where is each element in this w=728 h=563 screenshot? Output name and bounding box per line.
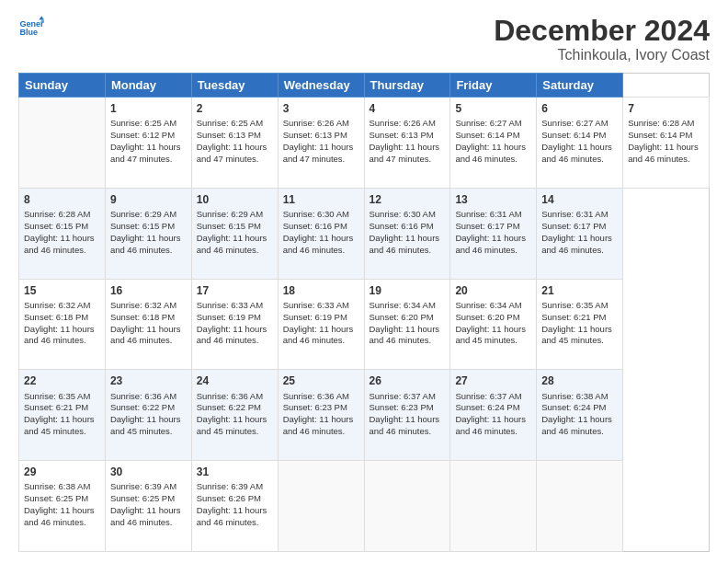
calendar-week-row: 8 Sunrise: 6:28 AM Sunset: 6:15 PM Dayli…: [19, 188, 710, 279]
calendar-cell: [537, 461, 623, 552]
sunset-label: Sunset: 6:23 PM: [370, 402, 434, 412]
calendar-day-header: Friday: [450, 74, 537, 98]
sunset-label: Sunset: 6:24 PM: [455, 402, 519, 412]
sunrise-label: Sunrise: 6:26 AM: [283, 118, 349, 128]
calendar-cell: 26 Sunrise: 6:37 AM Sunset: 6:23 PM Dayl…: [364, 370, 450, 461]
daylight-label: Daylight: 11 hours and 46 minutes.: [370, 414, 440, 436]
daylight-label: Daylight: 11 hours and 46 minutes.: [24, 505, 95, 527]
sunset-label: Sunset: 6:15 PM: [24, 221, 88, 231]
day-number: 20: [455, 283, 531, 298]
calendar-cell: 21 Sunrise: 6:35 AM Sunset: 6:21 PM Dayl…: [537, 279, 623, 370]
sunset-label: Sunset: 6:22 PM: [110, 402, 175, 412]
sunrise-label: Sunrise: 6:27 AM: [541, 118, 608, 128]
calendar-cell: 22 Sunrise: 6:35 AM Sunset: 6:21 PM Dayl…: [19, 370, 106, 461]
calendar-week-row: 15 Sunrise: 6:32 AM Sunset: 6:18 PM Dayl…: [19, 279, 710, 370]
day-number: 24: [197, 373, 273, 388]
calendar-day-header: Wednesday: [278, 74, 364, 98]
calendar-cell: 13 Sunrise: 6:31 AM Sunset: 6:17 PM Dayl…: [450, 188, 537, 279]
day-number: 11: [283, 192, 359, 207]
calendar-week-row: 29 Sunrise: 6:38 AM Sunset: 6:25 PM Dayl…: [19, 461, 710, 552]
svg-marker-2: [39, 16, 44, 19]
sunset-label: Sunset: 6:25 PM: [24, 493, 88, 503]
sunset-label: Sunset: 6:25 PM: [110, 493, 175, 503]
daylight-label: Daylight: 11 hours and 46 minutes.: [370, 233, 440, 255]
daylight-label: Daylight: 11 hours and 47 minutes.: [283, 142, 354, 164]
logo-icon: General Blue: [18, 15, 44, 40]
daylight-label: Daylight: 11 hours and 47 minutes.: [197, 142, 267, 164]
daylight-label: Daylight: 11 hours and 46 minutes.: [110, 233, 181, 255]
calendar-cell: 12 Sunrise: 6:30 AM Sunset: 6:16 PM Dayl…: [364, 188, 450, 279]
sunset-label: Sunset: 6:20 PM: [455, 312, 519, 322]
daylight-label: Daylight: 11 hours and 46 minutes.: [628, 142, 699, 164]
sunset-label: Sunset: 6:20 PM: [370, 312, 434, 322]
daylight-label: Daylight: 11 hours and 46 minutes.: [24, 324, 95, 346]
calendar-cell: 28 Sunrise: 6:38 AM Sunset: 6:24 PM Dayl…: [537, 370, 623, 461]
calendar-cell: 15 Sunrise: 6:32 AM Sunset: 6:18 PM Dayl…: [19, 279, 106, 370]
sunrise-label: Sunrise: 6:25 AM: [110, 118, 176, 128]
svg-text:Blue: Blue: [19, 28, 38, 37]
sunset-label: Sunset: 6:14 PM: [541, 130, 606, 140]
calendar-cell: 24 Sunrise: 6:36 AM Sunset: 6:22 PM Dayl…: [191, 370, 278, 461]
day-number: 17: [197, 283, 273, 298]
day-number: 18: [283, 283, 359, 298]
daylight-label: Daylight: 11 hours and 45 minutes.: [110, 414, 181, 436]
sunrise-label: Sunrise: 6:28 AM: [628, 118, 694, 128]
calendar-cell: 9 Sunrise: 6:29 AM Sunset: 6:15 PM Dayli…: [105, 188, 191, 279]
sunset-label: Sunset: 6:18 PM: [110, 312, 175, 322]
sunrise-label: Sunrise: 6:38 AM: [24, 481, 90, 491]
calendar-week-row: 1 Sunrise: 6:25 AM Sunset: 6:12 PM Dayli…: [19, 98, 710, 189]
day-number: 5: [455, 101, 531, 116]
sunrise-label: Sunrise: 6:31 AM: [541, 209, 608, 219]
sunset-label: Sunset: 6:16 PM: [283, 221, 347, 231]
calendar-day-header: Sunday: [19, 74, 106, 98]
calendar-cell: 11 Sunrise: 6:30 AM Sunset: 6:16 PM Dayl…: [278, 188, 364, 279]
calendar-day-header: Monday: [105, 74, 191, 98]
sunrise-label: Sunrise: 6:30 AM: [370, 209, 436, 219]
daylight-label: Daylight: 11 hours and 46 minutes.: [283, 233, 354, 255]
sunrise-label: Sunrise: 6:27 AM: [455, 118, 521, 128]
subtitle: Tchinkoula, Ivory Coast: [494, 47, 710, 63]
calendar-cell: 19 Sunrise: 6:34 AM Sunset: 6:20 PM Dayl…: [364, 279, 450, 370]
sunrise-label: Sunrise: 6:36 AM: [283, 391, 349, 401]
sunrise-label: Sunrise: 6:30 AM: [283, 209, 349, 219]
sunset-label: Sunset: 6:21 PM: [541, 312, 606, 322]
calendar-day-header: Thursday: [364, 74, 450, 98]
main-title: December 2024: [494, 15, 710, 47]
calendar-cell: [364, 461, 450, 552]
sunset-label: Sunset: 6:22 PM: [197, 402, 261, 412]
calendar-table: SundayMondayTuesdayWednesdayThursdayFrid…: [18, 73, 710, 552]
calendar-cell: 23 Sunrise: 6:36 AM Sunset: 6:22 PM Dayl…: [105, 370, 191, 461]
svg-text:General: General: [19, 19, 44, 29]
calendar-cell: 3 Sunrise: 6:26 AM Sunset: 6:13 PM Dayli…: [278, 98, 364, 189]
day-number: 29: [24, 465, 100, 479]
sunrise-label: Sunrise: 6:29 AM: [197, 209, 263, 219]
sunrise-label: Sunrise: 6:38 AM: [541, 391, 608, 401]
calendar-header-row: SundayMondayTuesdayWednesdayThursdayFrid…: [19, 74, 710, 98]
daylight-label: Daylight: 11 hours and 46 minutes.: [541, 233, 612, 255]
sunrise-label: Sunrise: 6:33 AM: [197, 300, 263, 310]
day-number: 27: [455, 373, 531, 388]
calendar-cell: 16 Sunrise: 6:32 AM Sunset: 6:18 PM Dayl…: [105, 279, 191, 370]
sunset-label: Sunset: 6:26 PM: [197, 493, 261, 503]
calendar-day-header: Saturday: [537, 74, 623, 98]
day-number: 2: [197, 101, 273, 116]
sunset-label: Sunset: 6:13 PM: [370, 130, 434, 140]
day-number: 28: [541, 373, 618, 388]
sunset-label: Sunset: 6:14 PM: [628, 130, 692, 140]
sunset-label: Sunset: 6:21 PM: [24, 402, 88, 412]
calendar-cell: 8 Sunrise: 6:28 AM Sunset: 6:15 PM Dayli…: [19, 188, 106, 279]
sunrise-label: Sunrise: 6:31 AM: [455, 209, 521, 219]
sunrise-label: Sunrise: 6:26 AM: [370, 118, 436, 128]
sunset-label: Sunset: 6:13 PM: [283, 130, 347, 140]
day-number: 16: [110, 283, 187, 298]
calendar-cell: 14 Sunrise: 6:31 AM Sunset: 6:17 PM Dayl…: [537, 188, 623, 279]
calendar-day-header: Tuesday: [191, 74, 278, 98]
sunrise-label: Sunrise: 6:29 AM: [110, 209, 176, 219]
sunrise-label: Sunrise: 6:33 AM: [283, 300, 349, 310]
day-number: 30: [110, 465, 187, 479]
day-number: 22: [24, 373, 100, 388]
day-number: 12: [370, 192, 446, 207]
daylight-label: Daylight: 11 hours and 46 minutes.: [197, 505, 267, 527]
sunrise-label: Sunrise: 6:36 AM: [110, 391, 176, 401]
daylight-label: Daylight: 11 hours and 46 minutes.: [541, 142, 612, 164]
